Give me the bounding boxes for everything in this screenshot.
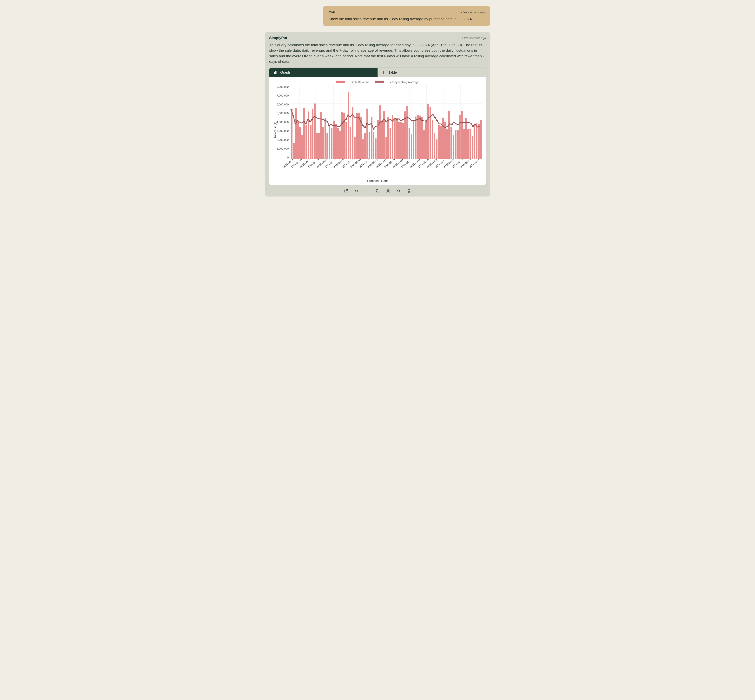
svg-point-94: [474, 124, 476, 125]
svg-point-67: [417, 119, 419, 120]
announce-icon[interactable]: [396, 189, 401, 193]
bar-chart-icon: [274, 71, 278, 74]
y-tick: 6,000,000: [276, 103, 289, 106]
svg-point-12: [301, 122, 303, 123]
svg-point-26: [330, 124, 332, 125]
assistant-text: This query calculates the total sales re…: [269, 42, 486, 64]
svg-point-42: [364, 127, 366, 128]
svg-point-57: [396, 119, 398, 120]
svg-point-49: [379, 122, 381, 122]
x-axis-ticks: 2024-04-012024-04-052024-04-092024-04-13…: [290, 159, 482, 176]
svg-point-45: [371, 123, 373, 124]
y-tick: 5,000,000: [276, 112, 289, 115]
svg-point-48: [377, 125, 379, 126]
svg-point-43: [366, 123, 368, 124]
svg-point-34: [347, 114, 349, 115]
y-tick: 2,000,000: [276, 138, 289, 141]
svg-point-74: [432, 114, 434, 115]
svg-point-25: [328, 125, 330, 126]
svg-point-29: [337, 126, 339, 127]
svg-point-90: [466, 122, 468, 123]
svg-point-86: [457, 124, 459, 125]
svg-point-22: [322, 119, 324, 120]
svg-rect-2: [276, 71, 278, 74]
y-axis-label: Revenue ($): [273, 85, 276, 167]
svg-point-95: [476, 127, 478, 127]
svg-rect-98: [377, 190, 379, 192]
svg-point-96: [479, 126, 480, 127]
svg-point-19: [315, 117, 318, 118]
svg-point-99: [387, 189, 388, 191]
svg-point-65: [413, 120, 415, 121]
svg-point-82: [449, 123, 451, 124]
svg-point-93: [472, 126, 474, 127]
verify-icon[interactable]: [386, 189, 390, 193]
svg-rect-3: [382, 71, 386, 74]
svg-point-40: [360, 121, 362, 122]
svg-point-33: [345, 119, 347, 120]
copy-icon[interactable]: [375, 189, 380, 193]
svg-point-16: [309, 121, 311, 122]
svg-point-17: [311, 119, 313, 120]
svg-point-64: [411, 120, 413, 121]
svg-point-9: [295, 123, 296, 124]
svg-point-24: [326, 121, 328, 122]
assistant-timestamp: a few seconds ago: [462, 36, 486, 40]
y-tick: 1,000,000: [276, 147, 289, 150]
svg-point-38: [356, 117, 358, 117]
code-icon[interactable]: [354, 189, 359, 193]
result-toolbar: [269, 189, 486, 193]
y-tick: 7,000,000: [276, 94, 289, 97]
svg-point-53: [387, 120, 389, 121]
svg-point-52: [385, 121, 387, 122]
svg-point-88: [462, 122, 463, 123]
y-tick: 3,000,000: [276, 129, 289, 133]
svg-point-69: [421, 120, 423, 121]
plot-area[interactable]: 2024-04-012024-04-052024-04-092024-04-13…: [290, 85, 482, 159]
tab-graph[interactable]: Graph: [269, 68, 378, 77]
svg-point-68: [419, 118, 421, 119]
svg-point-15: [307, 119, 309, 119]
line-series: [290, 85, 482, 159]
svg-point-20: [318, 118, 320, 119]
svg-point-63: [409, 118, 410, 119]
svg-point-27: [332, 125, 334, 126]
svg-point-7: [290, 109, 292, 109]
svg-point-61: [404, 118, 406, 119]
open-external-icon[interactable]: [344, 189, 348, 193]
chart-card: Daily Revenue 7-Day Rolling Average Reve…: [269, 77, 486, 185]
hint-icon[interactable]: [407, 189, 411, 193]
svg-point-87: [459, 122, 461, 123]
y-axis-ticks: 8,000,000 7,000,000 6,000,000 5,000,000 …: [276, 85, 290, 167]
svg-rect-0: [274, 72, 275, 74]
user-message: You a few seconds ago Show me total sale…: [323, 6, 490, 26]
svg-point-30: [339, 126, 341, 127]
svg-point-55: [392, 120, 394, 121]
svg-point-79: [442, 126, 444, 127]
svg-point-83: [451, 124, 453, 125]
svg-point-81: [446, 126, 449, 127]
legend-swatch-bar: [336, 81, 345, 83]
tab-table[interactable]: Table: [378, 68, 486, 77]
svg-point-37: [354, 117, 356, 117]
svg-point-71: [426, 120, 427, 121]
svg-point-84: [453, 122, 455, 122]
svg-point-70: [423, 120, 425, 121]
legend-line-label: 7-Day Rolling Average: [390, 80, 419, 84]
download-icon[interactable]: [365, 189, 369, 193]
svg-point-97: [480, 125, 482, 126]
svg-point-54: [390, 119, 392, 120]
view-tabs: Graph Table: [269, 67, 486, 77]
svg-point-50: [381, 121, 383, 122]
chart-legend: Daily Revenue 7-Day Rolling Average: [273, 80, 482, 85]
user-author: You: [329, 10, 335, 14]
svg-point-73: [430, 116, 432, 117]
user-timestamp: a few seconds ago: [460, 11, 485, 14]
svg-point-31: [341, 123, 343, 124]
tab-table-label: Table: [388, 70, 397, 75]
svg-point-35: [349, 117, 351, 117]
svg-point-47: [375, 126, 377, 127]
svg-point-8: [292, 115, 294, 116]
svg-point-72: [427, 117, 429, 118]
svg-point-91: [468, 122, 470, 123]
